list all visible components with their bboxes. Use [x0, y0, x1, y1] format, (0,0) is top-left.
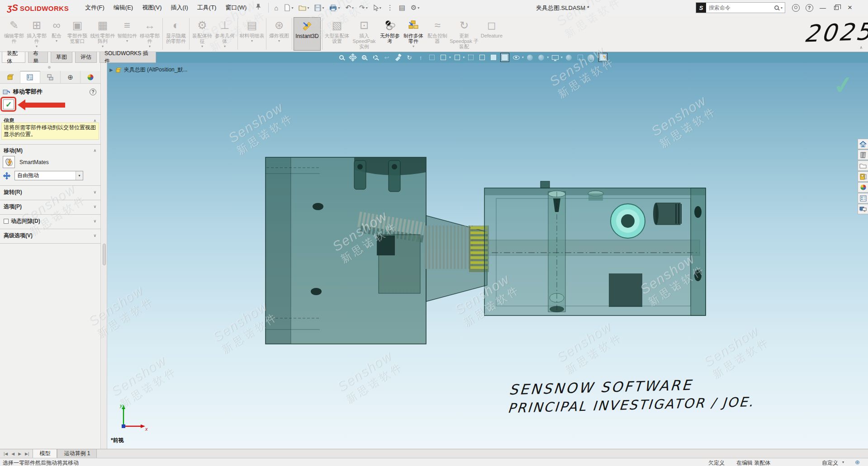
rotate-view-icon[interactable]: ↻: [405, 53, 414, 62]
section-rotate-header[interactable]: 旋转(R) ∨: [0, 188, 101, 196]
tab-layout[interactable]: 布局: [28, 52, 48, 63]
open-button[interactable]: ▾: [297, 3, 311, 12]
ribbon-collapse-chevron-icon[interactable]: ∧: [859, 45, 863, 50]
perspective-view-icon[interactable]: [489, 53, 498, 62]
menu-insert[interactable]: 插入(I): [166, 1, 193, 14]
nav-first-icon[interactable]: |◀: [4, 452, 8, 456]
home-button[interactable]: ⌂: [272, 3, 280, 13]
tab-featuremanager[interactable]: [0, 71, 20, 83]
dropdown-caret-icon[interactable]: ▾: [201, 44, 203, 48]
ok-check-button[interactable]: ✓: [3, 99, 14, 109]
dropdown-caret-icon[interactable]: ▾: [102, 44, 104, 48]
view-orientation-active-icon[interactable]: [500, 53, 509, 62]
new-document-button[interactable]: ▾: [282, 3, 295, 13]
taskpane-view-palette[interactable]: [858, 171, 868, 182]
save-button[interactable]: ▾: [313, 3, 326, 13]
taskpane-custom-properties[interactable]: [858, 193, 868, 203]
tab-assembly[interactable]: 装配体: [2, 52, 25, 63]
select-button[interactable]: ▾: [371, 3, 383, 13]
edit-appearance-icon[interactable]: [526, 53, 535, 62]
ribbon-show-hidden-components[interactable]: ◐ 显示隐藏的零部件: [164, 17, 188, 51]
wireframe-style-icon[interactable]: [466, 53, 475, 62]
ribbon-bill-of-materials[interactable]: ▤ 材料明细表 ▾: [239, 17, 265, 51]
nav-last-icon[interactable]: ▶|: [25, 452, 29, 456]
zoom-to-area-icon[interactable]: [371, 53, 380, 62]
ribbon-component-preview[interactable]: ▣ 零部件预览窗口: [65, 17, 90, 51]
shadow-style-icon[interactable]: [478, 53, 487, 62]
ribbon-insert-component[interactable]: ⊞ 插入零部件 ▾: [25, 17, 48, 51]
nav-next-icon[interactable]: ▶: [18, 452, 21, 456]
search-dropdown-caret-icon[interactable]: ▾: [781, 6, 783, 10]
panel-grip[interactable]: [0, 65, 101, 69]
view-up-axis-icon[interactable]: ↑: [416, 53, 425, 62]
ribbon-reference-geometry[interactable]: ⊥ 参考几何体 ▾: [213, 17, 236, 51]
expand-chevron-icon[interactable]: ∨: [93, 204, 96, 209]
ribbon-update-speedpak[interactable]: ↻ 更新 Speedpak 子装配: [450, 17, 479, 51]
menu-file[interactable]: 文件(F): [81, 1, 109, 14]
search-input[interactable]: [706, 5, 774, 11]
ribbon-instant3d[interactable]: Instant3D: [294, 17, 321, 51]
dropdown-caret-icon[interactable]: ▾: [547, 56, 549, 59]
display-style-icon[interactable]: [439, 53, 448, 62]
restore-button[interactable]: [830, 2, 842, 14]
zoom-to-fit-icon[interactable]: [337, 53, 346, 62]
ribbon-make-multibody-part[interactable]: 制作多体零件 ▾: [402, 17, 425, 51]
previous-view-icon[interactable]: ↩: [382, 53, 391, 62]
file-properties-button[interactable]: ▤: [397, 2, 407, 13]
ribbon-edit-component[interactable]: ✎ 编辑零部件: [3, 17, 25, 51]
taskpane-appearances[interactable]: [858, 182, 868, 193]
menu-edit[interactable]: 编辑(E): [109, 1, 138, 14]
taskpane-resources[interactable]: [858, 150, 868, 160]
dropdown-caret-icon[interactable]: ▾: [413, 44, 414, 48]
drag-mode-select[interactable]: 自由拖动 ▾: [14, 171, 83, 180]
taskpane-design-library[interactable]: [858, 160, 868, 171]
tab-dimxpertmanager[interactable]: ⊕: [61, 71, 81, 83]
tab-displaymanager[interactable]: [81, 71, 101, 83]
camera-extra-icon[interactable]: [587, 53, 596, 62]
ribbon-move-component[interactable]: ↔ 移动零部件 ▾: [138, 17, 161, 51]
redo-button[interactable]: ↷▾: [357, 2, 370, 13]
select-caret-icon[interactable]: ▾: [76, 171, 83, 180]
ribbon-insert-speedpak[interactable]: ⊡ 插入 SpeedPak 实例: [350, 17, 378, 51]
ribbon-no-external-references[interactable]: 无外部参考: [378, 17, 402, 51]
status-custom-toolbar[interactable]: 自定义: [822, 459, 838, 466]
options-button[interactable]: ⚙▾: [409, 2, 421, 13]
ribbon-smart-fasteners[interactable]: ≡ 智能扣件 ▾: [116, 17, 138, 51]
panel-help-icon[interactable]: ?: [90, 89, 96, 95]
hide-show-items-icon[interactable]: [512, 53, 521, 62]
ribbon-large-assembly-settings[interactable]: ▧ 大型装配体设置: [324, 17, 350, 51]
undo-button[interactable]: ↶▾: [343, 2, 356, 13]
tab-propertymanager[interactable]: [20, 71, 41, 83]
tab-motion-study[interactable]: 运动算例 1: [57, 449, 97, 458]
ribbon-exploded-view[interactable]: ⊛ 爆炸视图 ▾: [268, 17, 290, 51]
appearance-extra-icon[interactable]: [564, 53, 574, 62]
taskpane-home[interactable]: [858, 139, 868, 149]
dropdown-caret-icon[interactable]: ▾: [56, 39, 57, 43]
nav-prev-icon[interactable]: ◀: [11, 452, 14, 456]
confirm-checkmark-icon[interactable]: ✓: [832, 70, 855, 100]
dropdown-caret-icon[interactable]: ▾: [224, 44, 226, 48]
dropdown-caret-icon[interactable]: ▾: [842, 460, 844, 464]
tab-sketch[interactable]: 草图: [51, 52, 72, 63]
close-button[interactable]: ×: [844, 2, 856, 14]
dynamic-clearance-checkbox[interactable]: [4, 219, 9, 224]
ribbon-mate[interactable]: ∞ 配合 ▾: [48, 17, 65, 51]
dropdown-caret-icon[interactable]: ▾: [561, 56, 563, 59]
section-view-icon[interactable]: [394, 53, 403, 62]
search-icon[interactable]: [774, 5, 779, 10]
toggle-selection-button[interactable]: ⋮: [385, 2, 395, 13]
tab-solidworks-addins[interactable]: SOLIDWORKS 插件: [100, 52, 156, 63]
web-help-globe-icon[interactable]: ⊕: [855, 459, 860, 466]
graphics-viewport[interactable]: ▶ 夹具总图 (AltPosition_默... ✓ y x *前视 SENSN…: [107, 63, 868, 449]
menu-window[interactable]: 窗口(W): [221, 1, 251, 14]
section-dynamic-clearance-header[interactable]: 动态间隙(D) ∨: [0, 217, 101, 225]
pan-icon[interactable]: [348, 53, 357, 62]
dropdown-caret-icon[interactable]: ▾: [36, 44, 38, 48]
help-button[interactable]: ?: [803, 2, 815, 14]
tab-model[interactable]: 模型: [33, 449, 57, 458]
ribbon-assembly-features[interactable]: ⚙ 装配体特征 ▾: [191, 17, 213, 51]
tab-configurationmanager[interactable]: [40, 71, 61, 83]
ribbon-mate-controller[interactable]: ≈ 配合控制器: [425, 17, 450, 51]
section-move-header[interactable]: 移动(M) ∧: [0, 146, 101, 155]
command-search[interactable]: S ▾: [696, 2, 785, 13]
